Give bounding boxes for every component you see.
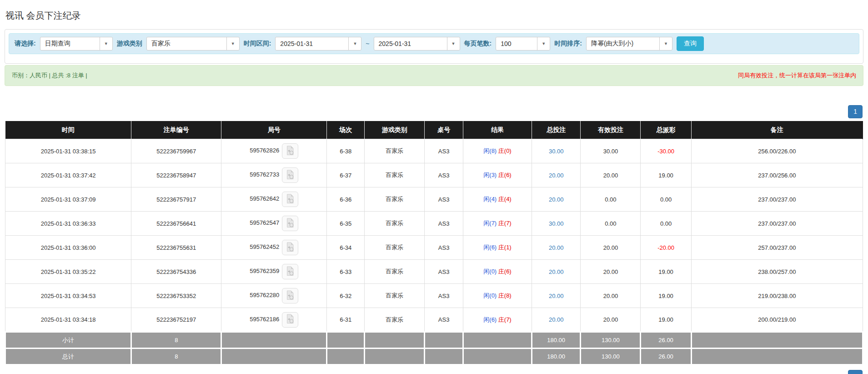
total-bet-link[interactable]: 20.00 xyxy=(549,244,564,251)
query-type-select[interactable]: 日期查询 ▼ xyxy=(40,37,113,51)
cell-valid-bet: 20.00 xyxy=(581,163,641,187)
total-bet-link[interactable]: 30.00 xyxy=(549,220,564,227)
cell-result: 闲(0) 庄(6) xyxy=(463,260,532,284)
cell-payout: 0.00 xyxy=(641,212,691,236)
total-bet-link[interactable]: 30.00 xyxy=(549,148,564,155)
grand-total-label: 总计 xyxy=(5,349,131,365)
cell-result: 闲(4) 庄(4) xyxy=(463,187,532,212)
video-replay-button[interactable] xyxy=(282,143,298,159)
result-banker: 庄(8) xyxy=(498,292,512,299)
video-icon xyxy=(286,146,295,157)
cell-game-type: 百家乐 xyxy=(365,212,425,236)
cell-total-bet: 20.00 xyxy=(532,284,581,308)
cell-time: 2025-01-31 03:34:18 xyxy=(5,308,131,332)
cell-time: 2025-01-31 03:36:33 xyxy=(5,212,131,236)
cell-valid-bet: 20.00 xyxy=(581,260,641,284)
cell-bet-no: 522236754336 xyxy=(131,260,221,284)
total-bet-link[interactable]: 20.00 xyxy=(549,268,564,275)
col-header-total-bet: 总投注 xyxy=(532,121,581,139)
video-replay-button[interactable] xyxy=(282,192,298,207)
cell-time: 2025-01-31 03:35:22 xyxy=(5,260,131,284)
video-replay-button[interactable] xyxy=(282,288,298,303)
cell-session: 6-32 xyxy=(327,284,365,308)
round-number: 595762733 xyxy=(250,172,279,178)
date-from-select[interactable]: 2025-01-31 ▼ xyxy=(275,37,361,51)
result-player: 闲(3) xyxy=(483,172,497,178)
cell-time: 2025-01-31 03:37:09 xyxy=(5,187,131,212)
cell-valid-bet: 20.00 xyxy=(581,236,641,260)
cell-game-type: 百家乐 xyxy=(365,163,425,187)
subtotal-empty-cell xyxy=(691,332,863,349)
cell-remark: 256.00/226.00 xyxy=(691,139,863,163)
cell-game-type: 百家乐 xyxy=(365,284,425,308)
col-header-round-no: 局号 xyxy=(221,121,327,139)
page-1-button[interactable]: 1 xyxy=(848,105,863,118)
video-icon xyxy=(286,266,295,278)
video-replay-button[interactable] xyxy=(282,216,298,231)
video-icon xyxy=(286,314,295,325)
subtotal-valid-bet: 130.00 xyxy=(581,332,641,349)
cell-session: 6-38 xyxy=(327,139,365,163)
page-1-button[interactable]: 1 xyxy=(848,370,863,374)
cell-total-bet: 20.00 xyxy=(532,308,581,332)
cell-payout: 19.00 xyxy=(641,308,691,332)
subtotal-total-bet: 180.00 xyxy=(532,332,581,349)
bet-records-table: 时间 注单编号 局号 场次 游戏类别 桌号 结果 总投注 有效投注 总派彩 备注… xyxy=(5,121,863,365)
sort-order-value: 降幂(由大到小) xyxy=(587,37,659,50)
grand-total-valid-bet: 130.00 xyxy=(581,349,641,365)
cell-valid-bet: 0.00 xyxy=(581,212,641,236)
result-player: 闲(4) xyxy=(483,196,497,202)
sort-order-select[interactable]: 降幂(由大到小) ▼ xyxy=(586,37,672,51)
cell-table-no: AS3 xyxy=(425,236,463,260)
total-bet-link[interactable]: 20.00 xyxy=(549,316,564,323)
cell-valid-bet: 30.00 xyxy=(581,139,641,163)
video-replay-button[interactable] xyxy=(282,167,298,183)
cell-time: 2025-01-31 03:36:00 xyxy=(5,236,131,260)
date-to-value: 2025-01-31 xyxy=(374,37,447,50)
table-row: 2025-01-31 03:36:00522236755631595762452… xyxy=(5,236,863,260)
cell-valid-bet: 20.00 xyxy=(581,284,641,308)
round-number: 595762452 xyxy=(250,244,279,251)
chevron-down-icon: ▼ xyxy=(348,37,361,50)
total-bet-link[interactable]: 20.00 xyxy=(549,172,564,179)
subtotal-empty-cell xyxy=(327,332,365,349)
grand-total-payout: 26.00 xyxy=(641,349,691,365)
cell-result: 闲(8) 庄(0) xyxy=(463,139,532,163)
table-row: 2025-01-31 03:34:18522236752197595762186… xyxy=(5,308,863,332)
grand-total-empty-cell xyxy=(691,349,863,365)
cell-result: 闲(3) 庄(6) xyxy=(463,163,532,187)
total-bet-link[interactable]: 20.00 xyxy=(549,196,564,203)
range-separator: ~ xyxy=(366,40,369,47)
cell-payout: 0.00 xyxy=(641,187,691,212)
cell-session: 6-37 xyxy=(327,163,365,187)
game-type-select[interactable]: 百家乐 ▼ xyxy=(146,37,240,51)
cell-session: 6-36 xyxy=(327,187,365,212)
cell-bet-no: 522236755631 xyxy=(131,236,221,260)
page-size-label: 每页笔数: xyxy=(464,40,492,48)
table-row: 2025-01-31 03:38:15522236759967595762826… xyxy=(5,139,863,163)
cell-table-no: AS3 xyxy=(425,308,463,332)
cell-round-no: 595762359 xyxy=(221,260,327,284)
grand-total-empty-cell xyxy=(463,349,532,365)
subtotal-empty-cell xyxy=(365,332,425,349)
col-header-bet-no: 注单编号 xyxy=(131,121,221,139)
cell-round-no: 595762642 xyxy=(221,187,327,212)
result-banker: 庄(6) xyxy=(498,172,512,178)
table-row: 2025-01-31 03:37:42522236758947595762733… xyxy=(5,163,863,187)
total-bet-link[interactable]: 20.00 xyxy=(549,293,564,299)
video-replay-button[interactable] xyxy=(282,312,298,328)
video-replay-button[interactable] xyxy=(282,264,298,279)
subtotal-empty-cell xyxy=(425,332,463,349)
query-type-label: 请选择: xyxy=(15,40,36,48)
date-to-select[interactable]: 2025-01-31 ▼ xyxy=(374,37,460,51)
cell-time: 2025-01-31 03:38:15 xyxy=(5,139,131,163)
table-row: 2025-01-31 03:36:33522236756641595762547… xyxy=(5,212,863,236)
page-size-select[interactable]: 100 ▼ xyxy=(496,37,550,51)
video-replay-button[interactable] xyxy=(282,240,298,255)
grand-total-row: 总计 8 180.00 130.00 26.00 xyxy=(5,349,863,365)
search-button[interactable]: 查询 xyxy=(677,36,704,51)
col-header-result: 结果 xyxy=(463,121,532,139)
grand-total-empty-cell xyxy=(425,349,463,365)
subtotal-payout: 26.00 xyxy=(641,332,691,349)
cell-game-type: 百家乐 xyxy=(365,308,425,332)
